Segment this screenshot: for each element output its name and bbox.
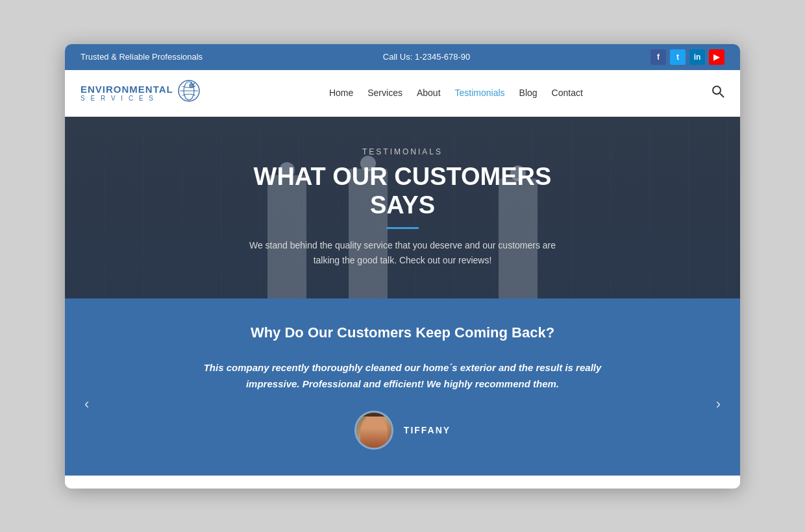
footer-strip (65, 476, 740, 489)
main-nav: Home Services About Testimonials Blog Co… (329, 87, 583, 99)
hero-description: We stand behind the quality service that… (240, 238, 565, 267)
hero-divider (386, 227, 419, 229)
social-icons: f t in ▶ (650, 49, 724, 65)
testimonials-title: Why Do Our Customers Keep Coming Back? (104, 324, 701, 341)
testimonials-section: Why Do Our Customers Keep Coming Back? ‹… (65, 298, 740, 476)
search-icon[interactable] (712, 85, 724, 101)
nav-about[interactable]: About (417, 87, 441, 99)
logo: ENVIRONMENTAL S E R V I C E S (80, 79, 201, 107)
nav-blog[interactable]: Blog (519, 87, 538, 99)
top-bar: Trusted & Reliable Professionals Call Us… (65, 44, 740, 70)
testimonial-slider: ‹ This company recently thoroughly clean… (104, 359, 701, 450)
nav-contact[interactable]: Contact (552, 87, 583, 99)
hero-section: TESTIMONIALS WHAT OUR CUSTOMERS SAYS We … (65, 117, 740, 298)
avatar-placeholder (356, 413, 391, 448)
twitter-icon[interactable]: t (670, 49, 686, 65)
nav-services[interactable]: Services (367, 87, 402, 99)
phone-number: Call Us: 1-2345-678-90 (383, 52, 470, 62)
logo-bottom: S E R V I C E S (80, 95, 173, 102)
author-avatar (354, 411, 393, 450)
svg-line-5 (193, 83, 195, 84)
svg-point-3 (189, 83, 194, 88)
nav-bar: ENVIRONMENTAL S E R V I C E S (65, 70, 740, 117)
avatar-person-shape (360, 415, 388, 448)
prev-arrow[interactable]: ‹ (84, 396, 89, 413)
testimonial-quote: This company recently thoroughly cleaned… (195, 359, 610, 393)
hero-subtitle: TESTIMONIALS (240, 147, 565, 156)
nav-testimonials[interactable]: Testimonials (455, 87, 505, 99)
svg-point-7 (713, 86, 721, 94)
hero-content: TESTIMONIALS WHAT OUR CUSTOMERS SAYS We … (227, 147, 578, 267)
hero-title-line2: SAYS (370, 191, 435, 219)
nav-home[interactable]: Home (329, 87, 353, 99)
hero-title-line1: WHAT OUR CUSTOMERS (254, 163, 552, 190)
logo-icon (177, 79, 201, 107)
logo-top: ENVIRONMENTAL (80, 84, 173, 95)
testimonial-author: TIFFANY (104, 411, 701, 450)
facebook-icon[interactable]: f (650, 49, 666, 65)
next-arrow[interactable]: › (716, 396, 721, 413)
browser-window: Trusted & Reliable Professionals Call Us… (65, 44, 740, 489)
author-name: TIFFANY (404, 425, 451, 435)
logo-text: ENVIRONMENTAL S E R V I C E S (80, 84, 173, 102)
linkedin-icon[interactable]: in (689, 49, 705, 65)
hero-title: WHAT OUR CUSTOMERS SAYS (240, 163, 565, 219)
svg-line-8 (720, 93, 724, 97)
tagline: Trusted & Reliable Professionals (80, 52, 203, 62)
youtube-icon[interactable]: ▶ (709, 49, 724, 65)
